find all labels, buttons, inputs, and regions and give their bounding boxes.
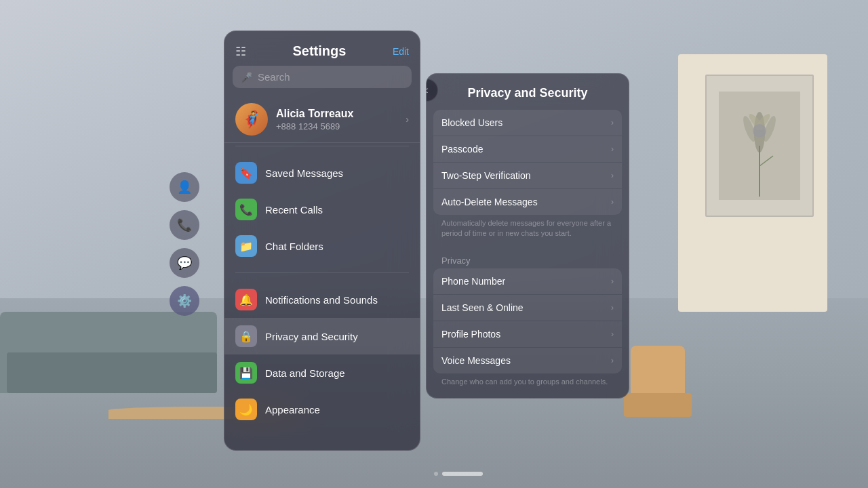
grid-icon: ☷: [235, 44, 246, 59]
sidebar-settings-btn[interactable]: ⚙️: [170, 286, 199, 316]
sofa: [0, 285, 244, 420]
profile-photos-chevron: ›: [611, 329, 614, 339]
chat-folders-icon: 📁: [235, 235, 257, 257]
menu-item-privacy-security[interactable]: 🔒 Privacy and Security: [224, 318, 420, 354]
voice-messages-description: Change who can add you to groups and cha…: [433, 374, 622, 392]
privacy-item-voice-messages[interactable]: Voice Messages ›: [433, 348, 622, 373]
edit-button[interactable]: Edit: [393, 46, 409, 57]
chair: [617, 346, 698, 434]
phone-number-label: Phone Number: [441, 276, 505, 287]
chair-back: [631, 346, 685, 400]
menu-section-1: 🔖 Saved Messages 📞 Recent Calls 📁 Chat F…: [224, 149, 420, 270]
last-seen-label: Last Seen & Online: [441, 302, 524, 313]
chat-folders-label: Chat Folders: [265, 241, 323, 252]
recent-calls-icon: 📞: [235, 199, 257, 220]
privacy-security-label: Privacy and Security: [265, 331, 358, 342]
privacy-item-profile-photos[interactable]: Profile Photos ›: [433, 321, 622, 347]
phone-number-chevron: ›: [611, 277, 614, 286]
privacy-security-icon: 🔒: [235, 325, 257, 347]
calls-icon: 📞: [177, 218, 192, 232]
auto-delete-chevron: ›: [611, 197, 614, 207]
sidebar-icons-panel: 👤 📞 💬 ⚙️: [170, 172, 199, 316]
divider-1: [235, 146, 409, 146]
settings-title: Settings: [246, 43, 393, 59]
auto-delete-description: Automatically delete messages for everyo…: [433, 216, 622, 245]
avatar-emoji: 🦸: [241, 110, 262, 129]
indicator-dot: [434, 472, 438, 476]
privacy-item-phone-number[interactable]: Phone Number ›: [433, 268, 622, 294]
passcode-label: Passcode: [441, 144, 483, 155]
indicator-bar: [442, 472, 483, 476]
privacy-items-section: Privacy Phone Number › Last Seen & Onlin…: [427, 250, 629, 398]
privacy-header: Privacy and Security: [427, 74, 629, 110]
saved-messages-icon: 🔖: [235, 162, 257, 184]
appearance-label: Appearance: [265, 404, 320, 415]
profile-row[interactable]: 🦸 Alicia Torreaux +888 1234 5689 ›: [224, 96, 420, 143]
appearance-icon: 🌙: [235, 399, 257, 420]
privacy-item-auto-delete[interactable]: Auto-Delete Messages ›: [433, 189, 622, 215]
voice-messages-label: Voice Messages: [441, 355, 511, 366]
two-step-label: Two-Step Verification: [441, 170, 531, 181]
saved-messages-label: Saved Messages: [265, 167, 343, 179]
menu-item-chat-folders[interactable]: 📁 Chat Folders: [224, 228, 420, 264]
notifications-icon: 🔔: [235, 289, 257, 310]
privacy-panel-title: Privacy and Security: [437, 86, 618, 100]
menu-section-2: 🔔 Notifications and Sounds 🔒 Privacy and…: [224, 276, 420, 433]
settings-header: ☷ Settings Edit: [224, 31, 420, 66]
recent-calls-label: Recent Calls: [265, 204, 323, 216]
voice-messages-chevron: ›: [611, 356, 614, 365]
search-placeholder: Search: [258, 71, 290, 83]
bottom-indicator: [434, 472, 483, 476]
profile-chevron: ›: [406, 114, 409, 125]
art-image: [719, 92, 800, 200]
profile-name: Alicia Torreaux: [276, 108, 406, 120]
settings-panel: ☷ Settings Edit 🎤 Search 🦸 Alicia Torrea…: [224, 30, 420, 451]
profile-photos-label: Profile Photos: [441, 329, 500, 340]
wall-art: [705, 75, 814, 217]
menu-item-appearance[interactable]: 🌙 Appearance: [224, 391, 420, 428]
two-step-chevron: ›: [611, 171, 614, 180]
last-seen-chevron: ›: [611, 303, 614, 312]
menu-item-data-storage[interactable]: 💾 Data and Storage: [224, 354, 420, 391]
data-storage-label: Data and Storage: [265, 367, 345, 379]
privacy-panel-wrapper: ‹ Privacy and Security Blocked Users › P…: [427, 74, 629, 398]
privacy-item-last-seen[interactable]: Last Seen & Online ›: [433, 295, 622, 321]
settings-icon: ⚙️: [177, 293, 192, 308]
blocked-users-label: Blocked Users: [441, 117, 502, 128]
messages-icon: 💬: [177, 256, 192, 270]
privacy-item-passcode[interactable]: Passcode ›: [433, 136, 622, 162]
search-bar[interactable]: 🎤 Search: [233, 66, 412, 88]
microphone-icon: 🎤: [241, 72, 252, 83]
privacy-section-title: Privacy: [433, 250, 622, 268]
menu-item-recent-calls[interactable]: 📞 Recent Calls: [224, 191, 420, 228]
sofa-seat: [7, 352, 217, 393]
privacy-panel: ‹ Privacy and Security Blocked Users › P…: [426, 73, 629, 399]
passcode-chevron: ›: [611, 144, 614, 154]
profile-info: Alicia Torreaux +888 1234 5689: [276, 108, 406, 131]
sidebar-contacts-btn[interactable]: 👤: [170, 172, 199, 202]
auto-delete-label: Auto-Delete Messages: [441, 197, 538, 207]
svg-point-8: [753, 124, 766, 138]
privacy-security-section: Blocked Users › Passcode › Two-Step Veri…: [427, 110, 629, 250]
back-chevron-icon: ‹: [426, 84, 429, 96]
privacy-item-two-step[interactable]: Two-Step Verification ›: [433, 163, 622, 188]
menu-item-saved-messages[interactable]: 🔖 Saved Messages: [224, 155, 420, 191]
contacts-icon: 👤: [177, 180, 192, 195]
data-storage-icon: 💾: [235, 362, 257, 384]
divider-2: [235, 272, 409, 273]
profile-phone: +888 1234 5689: [276, 121, 406, 131]
notifications-label: Notifications and Sounds: [265, 294, 378, 306]
chair-seat: [624, 393, 692, 417]
menu-item-notifications[interactable]: 🔔 Notifications and Sounds: [224, 281, 420, 318]
sidebar-calls-btn[interactable]: 📞: [170, 210, 199, 240]
avatar: 🦸: [235, 103, 268, 136]
sidebar-messages-btn[interactable]: 💬: [170, 248, 199, 278]
privacy-item-blocked-users[interactable]: Blocked Users ›: [433, 110, 622, 136]
blocked-users-chevron: ›: [611, 118, 614, 127]
